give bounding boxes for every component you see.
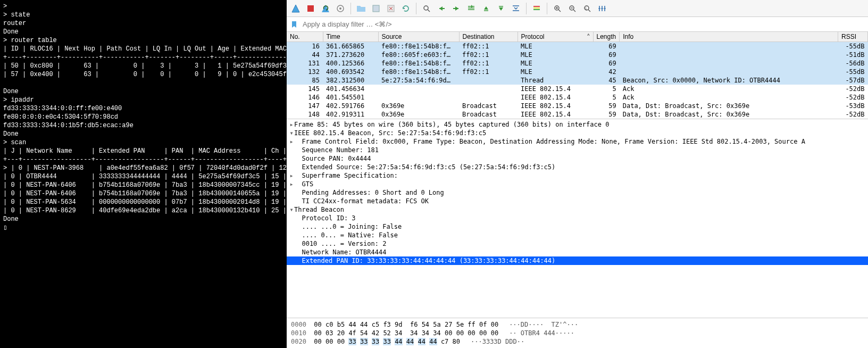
packet-header-row: No. Time Source Destination Protocol^ Le… (287, 32, 868, 42)
svg-point-2 (339, 7, 341, 10)
packet-row[interactable]: 145401.456634IEEE 802.15.45Ack-52dB (287, 85, 868, 93)
bytes-row[interactable]: 0010 00 03 20 4f 54 42 52 34 34 34 34 00… (291, 329, 864, 337)
packet-details-pane[interactable]: ▸Frame 85: 45 bytes on wire (360 bits), … (287, 119, 868, 318)
packet-table[interactable]: No. Time Source Destination Protocol^ Le… (287, 32, 868, 119)
detail-line[interactable]: ▸ GTS (287, 180, 868, 188)
detail-line[interactable]: .... ...0 = Joining: False (287, 222, 868, 231)
first-packet-button[interactable] (479, 2, 493, 15)
detail-line[interactable]: Network Name: OTBR4444 (287, 248, 868, 256)
display-filter-input[interactable] (299, 18, 866, 30)
colorize-button[interactable] (530, 2, 544, 15)
terminal-pane[interactable]: > > state router Done > router table | I… (0, 0, 287, 348)
col-no[interactable]: No. (287, 32, 323, 42)
detail-line[interactable]: Protocol ID: 3 (287, 214, 868, 222)
col-protocol[interactable]: Protocol^ (518, 32, 593, 42)
detail-line[interactable]: ▸ Superframe Specification: (287, 171, 868, 180)
start-capture-button[interactable] (289, 2, 303, 15)
wireshark-pane: 1 No. Time Source Destination Protocol^ … (287, 0, 868, 348)
detail-line[interactable]: 0010 .... = Version: 2 (287, 239, 868, 248)
toolbar: 1 (287, 0, 868, 17)
svg-text:1: 1 (585, 7, 587, 10)
packet-row[interactable]: 132400.693542fe80::f8e1:54b8:f…ff02::1ML… (287, 68, 868, 76)
reload-button[interactable] (399, 2, 413, 15)
packet-row[interactable]: 146401.545501IEEE 802.15.45Ack-52dB (287, 93, 868, 102)
col-length[interactable]: Length (593, 32, 620, 42)
packet-row[interactable]: 85382.3125005e:27:5a:54:f6:9d…Thread45Be… (287, 76, 868, 85)
col-rssi[interactable]: RSSI (838, 32, 868, 42)
detail-line[interactable]: ▸ Frame Control Field: 0xc000, Frame Typ… (287, 137, 868, 146)
packet-row[interactable]: 148402.9193110x369eBroadcastIEEE 802.15.… (287, 110, 868, 119)
col-source[interactable]: Source (378, 32, 459, 42)
svg-point-5 (424, 6, 428, 10)
bookmark-icon[interactable] (289, 19, 299, 30)
packet-row[interactable]: 16361.665865fe80::f8e1:54b8:f…ff02::1MLE… (287, 42, 868, 51)
next-packet-button[interactable] (449, 2, 463, 15)
separator (350, 3, 351, 14)
separator (526, 3, 527, 14)
separator (547, 3, 547, 14)
goto-packet-button[interactable] (464, 2, 478, 15)
svg-rect-8 (533, 9, 540, 10)
detail-line[interactable]: Pending Addresses: 0 Short and 0 Long (287, 188, 868, 197)
zoom-reset-button[interactable]: 1 (580, 2, 594, 15)
svg-rect-7 (533, 7, 540, 9)
bytes-row[interactable]: 0000 00 c0 b5 44 44 c5 f3 9d f6 54 5a 27… (291, 320, 864, 329)
find-button[interactable] (420, 2, 433, 15)
close-file-button[interactable] (384, 2, 398, 15)
detail-line[interactable]: Sequence Number: 181 (287, 146, 868, 154)
packet-bytes-pane[interactable]: 0000 00 c0 b5 44 44 c5 f3 9d f6 54 5a 27… (287, 318, 868, 348)
sort-asc-icon: ^ (587, 33, 589, 38)
detail-line[interactable]: ▸Frame 85: 45 bytes on wire (360 bits), … (287, 120, 868, 129)
svg-rect-3 (373, 5, 379, 12)
detail-line[interactable]: ▾IEEE 802.15.4 Beacon, Src: 5e:27:5a:54:… (287, 129, 868, 137)
packet-row[interactable]: 147402.5917660x369eBroadcastIEEE 802.15.… (287, 102, 868, 110)
auto-scroll-button[interactable] (509, 2, 523, 15)
open-file-button[interactable] (354, 2, 368, 15)
stop-capture-button[interactable] (304, 2, 318, 15)
svg-rect-0 (307, 5, 314, 12)
restart-capture-button[interactable] (319, 2, 332, 15)
zoom-in-button[interactable] (550, 2, 564, 15)
col-info[interactable]: Info (620, 32, 838, 42)
last-packet-button[interactable] (494, 2, 508, 15)
prev-packet-button[interactable] (435, 2, 448, 15)
detail-line[interactable]: TI CC24xx-format metadata: FCS OK (287, 197, 868, 205)
filter-bar (287, 17, 868, 32)
separator (416, 3, 416, 14)
options-button[interactable] (333, 2, 347, 15)
col-destination[interactable]: Destination (459, 32, 518, 42)
detail-line[interactable]: .... 0... = Native: False (287, 231, 868, 239)
col-time[interactable]: Time (323, 32, 378, 42)
resize-columns-button[interactable] (595, 2, 609, 15)
zoom-out-button[interactable] (565, 2, 579, 15)
packet-list-pane[interactable]: No. Time Source Destination Protocol^ Le… (287, 32, 868, 119)
detail-line[interactable]: Extended PAN ID: 33:33:33:33:44:44:44:44… (287, 256, 868, 265)
detail-line[interactable]: ▾Thread Beacon (287, 205, 868, 214)
svg-rect-6 (533, 6, 540, 7)
packet-row[interactable]: 131400.125366fe80::f8e1:54b8:f…ff02::1ML… (287, 59, 868, 68)
detail-line[interactable]: Source PAN: 0x4444 (287, 154, 868, 163)
bytes-row[interactable]: 0020 00 00 00 33 33 33 33 44 44 44 44 c7… (291, 337, 864, 346)
detail-line[interactable]: Extended Source: 5e:27:5a:54:f6:9d:f3:c5… (287, 163, 868, 171)
packet-row[interactable]: 44371.273620fe80::605f:e603:f…ff02::1MLE… (287, 51, 868, 59)
save-button[interactable] (369, 2, 383, 15)
